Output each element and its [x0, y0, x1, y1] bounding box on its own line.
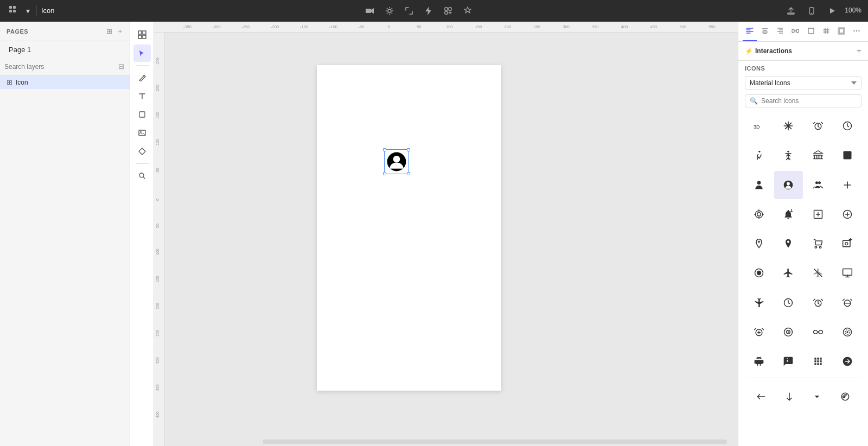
icon-cell-my-location[interactable]	[745, 200, 773, 228]
lightning-icon[interactable]	[421, 3, 436, 18]
grid-icon[interactable]	[7, 3, 20, 18]
icon-cell-pin-drop[interactable]	[774, 230, 802, 258]
layers-search-bar: ⊟	[0, 58, 130, 75]
settings-icon[interactable]	[382, 3, 397, 18]
layers-section: ⊟ ⊞ Icon	[0, 58, 130, 446]
icon-cell-alarm-off[interactable]	[833, 289, 861, 317]
pen-tool[interactable]	[133, 69, 151, 86]
icon-cell-announcement[interactable]	[774, 347, 802, 375]
icon-cell-android[interactable]	[745, 347, 773, 375]
spacing-tab[interactable]	[788, 22, 802, 41]
frame-tool[interactable]	[133, 26, 151, 43]
icon-cell-add-location[interactable]	[745, 230, 773, 258]
svg-text:100: 100	[446, 26, 453, 29]
pages-header: PAGES ⊞ +	[0, 22, 130, 41]
icon-cell-radio[interactable]	[774, 318, 802, 346]
svg-rect-63	[839, 29, 844, 33]
pages-grid-icon[interactable]: ⊞	[105, 26, 113, 36]
selected-element[interactable]	[384, 149, 409, 174]
canvas-content[interactable]	[165, 33, 738, 435]
align-right-tab[interactable]	[773, 22, 787, 41]
svg-point-5	[388, 9, 391, 12]
layer-item-icon[interactable]: ⊞ Icon	[0, 75, 130, 89]
svg-text:-50: -50	[156, 168, 159, 174]
video-icon[interactable]	[362, 3, 378, 18]
icon-cell-add-circle[interactable]	[833, 200, 861, 228]
component-tool[interactable]	[133, 143, 151, 160]
icon-cell-access-time[interactable]	[774, 289, 802, 317]
icon-cell-alarm2[interactable]	[804, 289, 832, 317]
icon-cell-apps[interactable]	[804, 347, 832, 375]
icon-cell-bank[interactable]	[804, 141, 832, 169]
scrollbar-bottom[interactable]	[263, 439, 727, 444]
icon-cell-motion-photos[interactable]	[833, 318, 861, 346]
share2-icon[interactable]	[441, 3, 456, 18]
resize-icon[interactable]	[401, 3, 417, 18]
icon-cell-alarm-add[interactable]	[745, 318, 773, 346]
tools-divider-1	[136, 65, 149, 66]
layers-filter-icon[interactable]: ⊟	[117, 61, 125, 72]
icon-cell-arrow-drop-down[interactable]	[803, 383, 832, 411]
chevron-down-icon[interactable]: ▾	[24, 4, 32, 17]
icon-cell-add-photo[interactable]	[833, 230, 861, 258]
icon-cell-add-box[interactable]	[804, 200, 832, 228]
icon-cell-add[interactable]	[833, 171, 861, 199]
star-icon[interactable]	[460, 3, 475, 18]
icon-cell-shopping-cart[interactable]	[804, 230, 832, 258]
svg-point-65	[856, 30, 857, 31]
icons-search-input[interactable]	[761, 97, 857, 105]
icon-cell-alarm[interactable]	[804, 112, 832, 140]
padding-tab[interactable]	[834, 22, 848, 41]
mobile-preview-button[interactable]	[803, 4, 820, 17]
pages-add-icon[interactable]: +	[117, 26, 123, 36]
icon-cell-notification-add[interactable]	[774, 200, 802, 228]
more-tab[interactable]	[850, 22, 864, 41]
svg-rect-0	[9, 6, 12, 9]
canvas-area[interactable]: -350 -300 -250 -200 -150 -100 -50 0 50 1…	[154, 22, 738, 446]
interactions-add-button[interactable]: +	[857, 46, 861, 56]
tools-sidebar	[130, 22, 154, 446]
play-button[interactable]	[824, 4, 840, 17]
icon-cell-person[interactable]	[745, 171, 773, 199]
icon-cell-arrow-right-alt[interactable]	[833, 347, 861, 375]
icon-cell-arrow-down[interactable]	[775, 383, 803, 411]
align-center-tab[interactable]	[758, 22, 772, 41]
page-item[interactable]: Page 1	[4, 43, 125, 56]
text-tool[interactable]	[133, 87, 151, 105]
icon-cell-infinity[interactable]	[804, 318, 832, 346]
icon-cell-flight[interactable]	[774, 259, 802, 287]
zoom-level: 100%	[845, 7, 861, 14]
icon-cell-arrow-back[interactable]	[747, 383, 775, 411]
icon-cell-asterisk[interactable]	[774, 112, 802, 140]
icon-cell-autorenew[interactable]	[831, 383, 859, 411]
icon-cell-3d[interactable]: 3D	[745, 112, 773, 140]
cursor-tool[interactable]	[133, 44, 151, 62]
icon-cell-desktop-mac[interactable]	[833, 259, 861, 287]
icon-cell-group[interactable]	[804, 171, 832, 199]
icon-cell-accessibility[interactable]	[774, 141, 802, 169]
svg-text:250: 250	[533, 26, 540, 29]
search-tool[interactable]	[133, 167, 151, 184]
svg-text:-200: -200	[156, 85, 159, 92]
topbar-right: 100%	[783, 4, 861, 17]
grid-tab[interactable]	[819, 22, 833, 41]
svg-text:200: 200	[505, 26, 512, 29]
rect-tool[interactable]	[133, 106, 151, 123]
svg-text:450: 450	[650, 26, 658, 29]
upload-button[interactable]	[783, 4, 799, 17]
icon-cell-square[interactable]	[833, 141, 861, 169]
icon-cell-walk[interactable]	[745, 141, 773, 169]
svg-rect-13	[138, 35, 142, 39]
svg-rect-72	[843, 151, 851, 160]
border-tab[interactable]	[804, 22, 818, 41]
icons-dropdown[interactable]: Material Icons Font Awesome Feather Icon…	[745, 76, 861, 90]
image-tool[interactable]	[133, 124, 151, 142]
layers-search-input[interactable]	[4, 63, 117, 71]
icon-cell-account-circle[interactable]	[774, 171, 802, 199]
align-left-tab[interactable]	[743, 22, 757, 41]
icon-cell-radio-button[interactable]	[745, 259, 773, 287]
svg-point-79	[755, 211, 762, 218]
icon-cell-flight2[interactable]	[745, 289, 773, 317]
icon-cell-clock[interactable]	[833, 112, 861, 140]
icon-cell-flight-off[interactable]	[804, 259, 832, 287]
